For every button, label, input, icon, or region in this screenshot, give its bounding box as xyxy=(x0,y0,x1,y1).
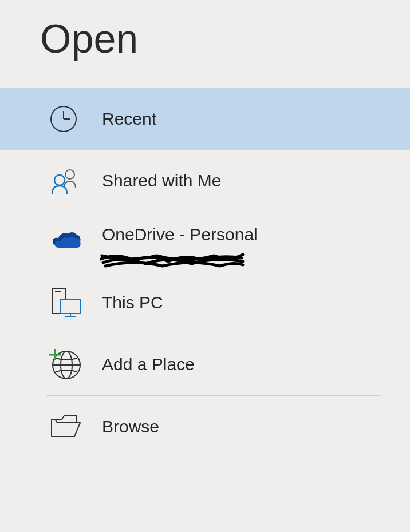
page-title: Open xyxy=(0,16,410,62)
menu-item-label: Add a Place xyxy=(102,355,195,374)
menu-item-label: This PC xyxy=(102,293,163,312)
people-icon xyxy=(49,166,82,195)
svg-point-3 xyxy=(65,170,74,179)
menu-item-label: Shared with Me xyxy=(102,171,221,190)
menu-item-onedrive[interactable]: OneDrive - Personal xyxy=(0,212,410,272)
location-menu: Recent Shared with Me xyxy=(0,88,410,458)
menu-item-browse[interactable]: Browse xyxy=(0,396,410,458)
add-place-icon xyxy=(49,349,82,380)
clock-icon xyxy=(49,105,82,133)
open-panel: Open Recent xyxy=(0,0,410,458)
menu-item-label: Recent xyxy=(102,109,156,129)
svg-rect-7 xyxy=(61,300,80,313)
redacted-scribble xyxy=(100,250,249,272)
menu-item-addplace[interactable]: Add a Place xyxy=(0,334,410,395)
menu-item-recent[interactable]: Recent xyxy=(0,88,410,150)
this-pc-icon xyxy=(49,286,82,319)
folder-open-icon xyxy=(49,414,82,440)
menu-item-thispc[interactable]: This PC xyxy=(0,272,410,334)
onedrive-icon xyxy=(49,230,82,254)
menu-item-label: Browse xyxy=(102,417,159,436)
menu-item-label: OneDrive - Personal xyxy=(102,225,258,244)
svg-point-4 xyxy=(54,175,65,185)
menu-item-shared[interactable]: Shared with Me xyxy=(0,150,410,212)
